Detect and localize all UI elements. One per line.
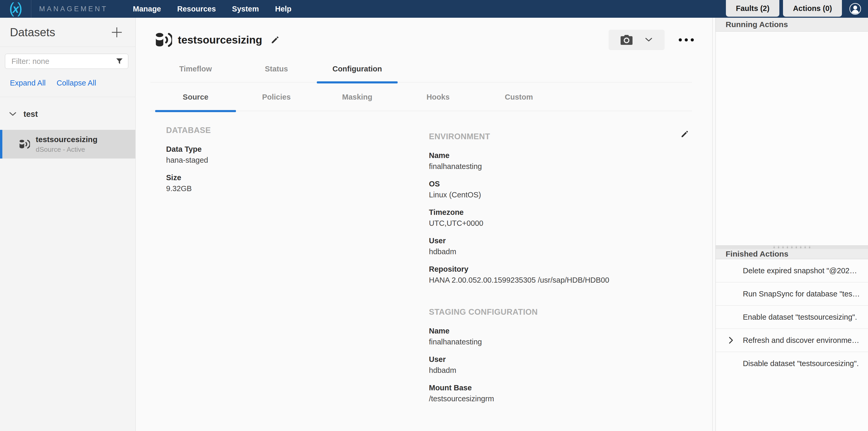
running-actions-header: Running Actions — [716, 18, 868, 32]
faults-button[interactable]: Faults (2) — [726, 0, 779, 17]
chevron-right-icon — [728, 336, 734, 344]
field-env-user: User hdbadm — [429, 237, 691, 256]
filter-funnel-icon[interactable] — [116, 58, 123, 66]
main-header: testsourcesizing — [135, 18, 712, 50]
edit-environment-button[interactable] — [680, 129, 689, 140]
tabs-divider — [150, 82, 692, 83]
subtab-custom[interactable]: Custom — [478, 93, 559, 111]
field-env-os: OS Linux (CentOS) — [429, 180, 691, 199]
pencil-icon — [680, 129, 689, 139]
main-tabs: Timeflow Status Configuration — [155, 65, 712, 82]
field-value: hdbadm — [429, 247, 691, 256]
field-size: Size 9.32GB — [166, 174, 429, 193]
finished-action-row[interactable]: Run SnapSync for database "tests… — [716, 282, 868, 306]
field-label: Size — [166, 174, 429, 182]
subtab-hooks[interactable]: Hooks — [398, 93, 478, 111]
subtab-source[interactable]: Source — [155, 93, 236, 111]
app-body: Datasets Expand All Collapse All — [0, 18, 868, 431]
finished-action-label: Enable dataset "testsourcesizing". — [743, 313, 857, 321]
finished-action-row[interactable]: Enable dataset "testsourcesizing". — [716, 306, 868, 329]
delphix-logo[interactable]: (x) — [0, 0, 31, 18]
environment-section-title: ENVIRONMENT — [429, 132, 691, 141]
dataset-item-status: dSource - Active — [36, 146, 97, 154]
main-panel: testsourcesizing Timefl — [135, 18, 713, 431]
expand-all-link[interactable]: Expand All — [10, 79, 45, 87]
environment-column: ENVIRONMENT Name finalhanatesting OS Lin… — [429, 132, 712, 412]
app-brand-label: MANAGEMENT — [39, 5, 108, 13]
field-label: Mount Base — [429, 383, 691, 392]
dataset-group-label: test — [24, 110, 38, 119]
panel-resize-handle[interactable] — [716, 245, 868, 249]
actions-button[interactable]: Actions (0) — [783, 0, 842, 17]
field-label: Timezone — [429, 208, 691, 217]
plus-icon — [111, 26, 123, 38]
configuration-subtabs: Source Policies Masking Hooks Custom — [155, 93, 712, 111]
delphix-logo-icon: (x) — [9, 1, 22, 17]
datasets-sidebar: Datasets Expand All Collapse All — [0, 18, 135, 431]
finished-action-label: Refresh and discover environment … — [743, 336, 860, 345]
field-value: hdbadm — [429, 366, 691, 375]
nav-item-resources[interactable]: Resources — [176, 5, 217, 13]
field-label: User — [429, 355, 691, 364]
staging-section-title: STAGING CONFIGURATION — [429, 307, 691, 317]
expand-action-toggle[interactable] — [728, 336, 743, 344]
pencil-icon — [270, 35, 280, 45]
finished-action-label: Delete expired snapshot "@2023-0… — [743, 267, 860, 275]
dataset-item-testsourcesizing[interactable]: testsourcesizing dSource - Active — [0, 130, 135, 158]
actions-panel: Running Actions Finished Actions Delete … — [715, 18, 868, 431]
rename-dataset-button[interactable] — [270, 35, 280, 45]
ellipsis-icon — [691, 38, 694, 41]
field-value: 9.32GB — [166, 184, 429, 193]
nav-item-help[interactable]: Help — [274, 5, 293, 13]
user-menu[interactable] — [845, 0, 868, 18]
field-value: hana-staged — [166, 156, 429, 164]
chevron-down-icon[interactable] — [9, 112, 17, 117]
camera-icon — [621, 35, 632, 45]
subtab-policies[interactable]: Policies — [236, 93, 317, 111]
chevron-down-icon — [645, 37, 653, 42]
running-actions-list-empty — [716, 32, 868, 245]
source-content: DATABASE Data Type hana-staged Size 9.32… — [135, 111, 712, 412]
field-env-repository: Repository HANA 2.00.052.00.1599235305 /… — [429, 265, 691, 284]
dataset-item-texts: testsourcesizing dSource - Active — [36, 135, 97, 154]
dataset-item-name: testsourcesizing — [36, 135, 97, 144]
field-env-name: Name finalhanatesting — [429, 151, 691, 171]
tab-status[interactable]: Status — [236, 65, 317, 82]
field-staging-mount-base: Mount Base /testsourcesizingrm — [429, 383, 691, 403]
dataset-group-test[interactable]: test — [0, 97, 135, 119]
running-actions-title: Running Actions — [726, 20, 788, 29]
dsource-icon — [155, 32, 172, 48]
drag-grip-icon — [772, 246, 811, 249]
sidebar-title: Datasets — [10, 26, 55, 39]
finished-action-row[interactable]: Disable dataset "testsourcesizing". — [716, 352, 868, 375]
finished-actions-title: Finished Actions — [726, 249, 788, 258]
tab-timeflow[interactable]: Timeflow — [155, 65, 236, 82]
subtab-masking[interactable]: Masking — [317, 93, 398, 111]
snapshot-button[interactable] — [609, 30, 664, 50]
dsource-icon — [19, 140, 30, 149]
nav-menu: Manage Resources System Help — [131, 0, 293, 18]
field-label: Repository — [429, 265, 691, 274]
nav-item-manage[interactable]: Manage — [131, 5, 163, 13]
field-label: Name — [429, 327, 691, 335]
database-section: DATABASE Data Type hana-staged Size 9.32… — [166, 126, 429, 412]
staging-configuration-section: STAGING CONFIGURATION Name finalhanatest… — [429, 307, 691, 403]
field-staging-user: User hdbadm — [429, 355, 691, 375]
more-actions-menu[interactable] — [678, 36, 695, 44]
finished-action-row[interactable]: Refresh and discover environment … — [716, 329, 868, 352]
field-data-type: Data Type hana-staged — [166, 145, 429, 164]
add-dataset-button[interactable] — [111, 26, 123, 38]
finished-actions-list: Delete expired snapshot "@2023-0… Run Sn… — [716, 259, 868, 375]
database-section-title: DATABASE — [166, 126, 429, 135]
top-nav: (x) MANAGEMENT Manage Resources System H… — [0, 0, 868, 18]
field-label: Name — [429, 151, 691, 160]
ellipsis-icon — [679, 38, 682, 41]
finished-action-row[interactable]: Delete expired snapshot "@2023-0… — [716, 259, 868, 282]
tab-configuration[interactable]: Configuration — [317, 65, 398, 82]
field-value: UTC,UTC+0000 — [429, 219, 691, 227]
nav-item-system[interactable]: System — [230, 5, 260, 13]
field-staging-name: Name finalhanatesting — [429, 327, 691, 346]
collapse-all-link[interactable]: Collapse All — [57, 79, 96, 87]
sidebar-header: Datasets — [0, 18, 135, 47]
filter-input[interactable] — [5, 54, 128, 69]
